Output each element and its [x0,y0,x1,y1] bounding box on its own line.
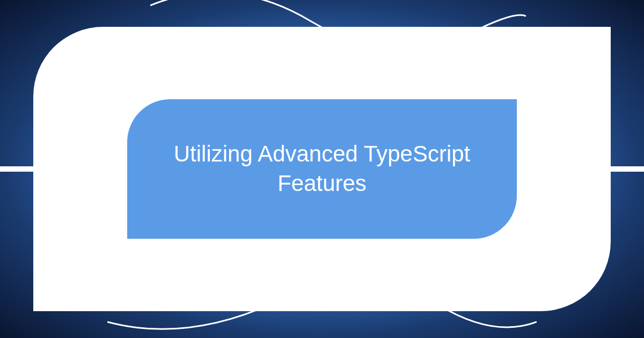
inner-blue-card: Utilizing Advanced TypeScript Features [127,99,517,239]
outer-white-card: Utilizing Advanced TypeScript Features [33,27,611,311]
page-title: Utilizing Advanced TypeScript Features [154,139,490,198]
